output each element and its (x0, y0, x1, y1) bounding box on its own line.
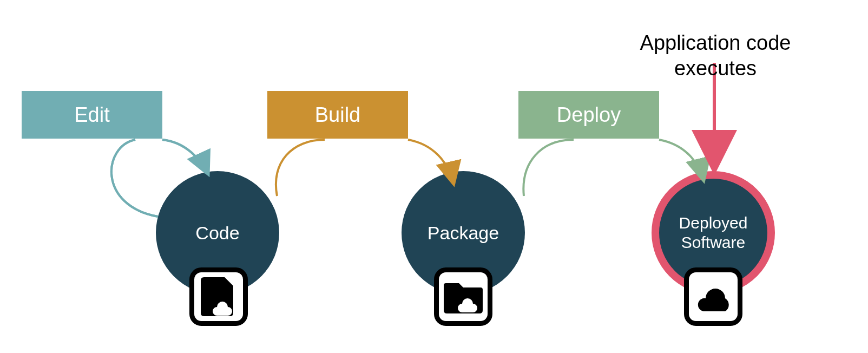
annotation-executes-text: Application code executes (640, 31, 791, 80)
annotation-executes: Application code executes (623, 4, 807, 82)
pipeline-diagram: Edit Build Deploy Code Package Deployed … (0, 0, 868, 353)
